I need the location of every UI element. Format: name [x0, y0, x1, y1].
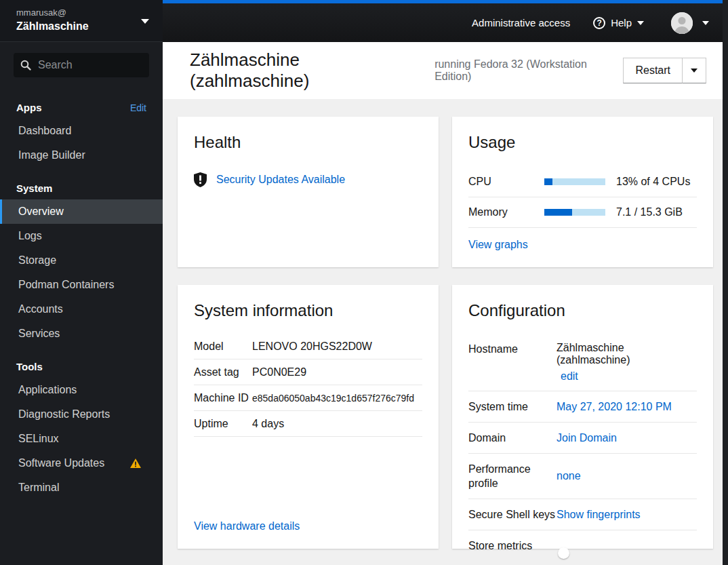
nav-section-system: System	[0, 177, 163, 199]
search-box[interactable]	[14, 53, 149, 77]
ssh-keys-row: Secure Shell keys Show fingerprints	[468, 499, 697, 530]
health-row: Security Updates Available	[194, 172, 422, 187]
search-input[interactable]	[38, 59, 142, 71]
security-updates-link[interactable]: Security Updates Available	[216, 174, 345, 186]
configuration-card: Configuration Hostname Zählmaschine (zah…	[452, 285, 713, 549]
system-information-table: Model LENOVO 20HGS22D0W Asset tag PC0N0E…	[194, 334, 422, 437]
sidebar-item-label: SELinux	[18, 433, 59, 445]
page-header: Zählmaschine (zahlmaschine) running Fedo…	[163, 42, 728, 99]
apps-edit-link[interactable]: Edit	[130, 102, 146, 113]
sidebar-item-label: Services	[18, 328, 60, 340]
sidebar-item-terminal[interactable]: Terminal	[0, 475, 163, 500]
configuration-title: Configuration	[468, 301, 697, 320]
view-graphs-link[interactable]: View graphs	[468, 239, 697, 251]
page-scrollbar[interactable]	[723, 0, 728, 565]
restart-button[interactable]: Restart	[623, 58, 682, 83]
sidebar-item-services[interactable]: Services	[0, 322, 163, 346]
page-title: Zählmaschine (zahlmaschine)	[190, 50, 420, 92]
ssh-keys-label: Secure Shell keys	[468, 507, 557, 522]
cpu-progress-bar	[544, 178, 605, 185]
memory-value: 7.1 / 15.3 GiB	[616, 206, 683, 218]
sidebar-item-label: Applications	[18, 384, 77, 396]
sidebar-item-applications[interactable]: Applications	[0, 378, 163, 402]
overview-cards: Health Security Updates Available Usage …	[163, 99, 728, 565]
uptime-value: 4 days	[252, 418, 422, 430]
memory-usage-row: Memory 7.1 / 15.3 GiB	[468, 197, 697, 228]
administrative-access-button[interactable]: Administrative access	[472, 17, 570, 28]
performance-profile-row: Performance profile none	[468, 454, 697, 499]
chevron-down-icon	[702, 21, 709, 25]
section-title-system: System	[16, 182, 52, 194]
nav-section-apps: Apps Edit	[0, 96, 163, 119]
sidebar-item-label: Image Builder	[18, 149, 85, 161]
sidebar-item-podman-containers[interactable]: Podman Containers	[0, 273, 163, 297]
sidebar-nav: Apps Edit Dashboard Image Builder System…	[0, 87, 163, 565]
sidebar-item-label: Software Updates	[18, 457, 104, 469]
current-host: Zählmaschine	[16, 19, 146, 34]
memory-progress-bar	[544, 209, 605, 216]
sidebar-item-logs[interactable]: Logs	[0, 224, 163, 248]
sidebar: mmarusak@ Zählmaschine Apps Edit Dashboa…	[0, 0, 163, 565]
sidebar-item-label: Storage	[18, 254, 56, 267]
restart-dropdown-toggle[interactable]	[682, 58, 706, 83]
join-domain-link[interactable]: Join Domain	[557, 432, 617, 444]
security-shield-icon	[194, 172, 207, 187]
sidebar-item-selinux[interactable]: SELinux	[0, 427, 163, 451]
sidebar-item-overview[interactable]: Overview	[0, 199, 163, 224]
performance-profile-link[interactable]: none	[557, 470, 581, 482]
machine-id-row: Machine ID e85da06050ab43c19c1d657f276c7…	[194, 385, 422, 411]
toggle-knob	[558, 547, 569, 559]
sidebar-item-storage[interactable]: Storage	[0, 248, 163, 273]
usage-card: Usage CPU 13% of 4 CPUs Memory 7.1 / 15.…	[452, 117, 713, 267]
sidebar-item-diagnostic-reports[interactable]: Diagnostic Reports	[0, 402, 163, 427]
chevron-down-icon	[141, 19, 149, 24]
search-icon	[20, 60, 31, 71]
warning-icon	[130, 459, 141, 468]
model-value: LENOVO 20HGS22D0W	[252, 340, 422, 353]
chevron-down-icon	[637, 21, 644, 25]
host-switcher[interactable]: mmarusak@ Zählmaschine	[0, 0, 163, 42]
asset-tag-row: Asset tag PC0N0E29	[194, 359, 422, 385]
sidebar-item-label: Logs	[18, 230, 42, 242]
model-row: Model LENOVO 20HGS22D0W	[194, 334, 422, 359]
avatar	[671, 12, 693, 34]
machine-id-label: Machine ID	[194, 392, 252, 404]
help-menu[interactable]: ? Help	[593, 17, 644, 29]
hostname-value-group: Zählmaschine (zahlmaschine) edit	[557, 342, 697, 383]
domain-label: Domain	[468, 431, 557, 445]
store-metrics-label: Store metrics	[468, 539, 557, 553]
system-time-link[interactable]: May 27, 2020 12:10 PM	[557, 401, 672, 412]
health-card-title: Health	[194, 133, 422, 152]
user-menu[interactable]	[671, 12, 709, 34]
asset-tag-label: Asset tag	[194, 366, 252, 378]
sidebar-item-dashboard[interactable]: Dashboard	[0, 119, 163, 143]
system-time-row: System time May 27, 2020 12:10 PM	[468, 391, 697, 423]
sidebar-item-label: Dashboard	[18, 125, 71, 137]
sidebar-item-accounts[interactable]: Accounts	[0, 297, 163, 322]
sidebar-item-image-builder[interactable]: Image Builder	[0, 143, 163, 168]
usage-card-title: Usage	[468, 133, 697, 152]
hostname-edit-link[interactable]: edit	[557, 370, 697, 383]
hostname-value: Zählmaschine (zahlmaschine)	[557, 342, 630, 366]
section-title-apps: Apps	[16, 102, 42, 113]
sidebar-item-software-updates[interactable]: Software Updates	[0, 451, 163, 475]
current-user: mmarusak@	[16, 7, 146, 19]
cpu-usage-row: CPU 13% of 4 CPUs	[468, 167, 697, 197]
hostname-label: Hostname	[468, 342, 557, 356]
show-fingerprints-link[interactable]: Show fingerprints	[557, 509, 641, 520]
sidebar-item-label: Accounts	[18, 303, 63, 315]
sidebar-item-label: Terminal	[18, 482, 59, 494]
system-time-label: System time	[468, 400, 557, 414]
sidebar-item-label: Podman Containers	[18, 279, 114, 291]
masthead: Administrative access ? Help	[163, 0, 728, 42]
help-icon: ?	[593, 17, 605, 29]
model-label: Model	[194, 340, 252, 353]
sidebar-item-label: Diagnostic Reports	[18, 408, 110, 421]
health-card: Health Security Updates Available	[178, 117, 439, 267]
restart-split-button: Restart	[623, 58, 706, 83]
system-information-title: System information	[194, 301, 422, 320]
view-hardware-details-link[interactable]: View hardware details	[194, 520, 422, 532]
memory-label: Memory	[468, 206, 544, 218]
store-metrics-row: Store metrics	[468, 530, 697, 561]
asset-tag-value: PC0N0E29	[252, 366, 422, 378]
